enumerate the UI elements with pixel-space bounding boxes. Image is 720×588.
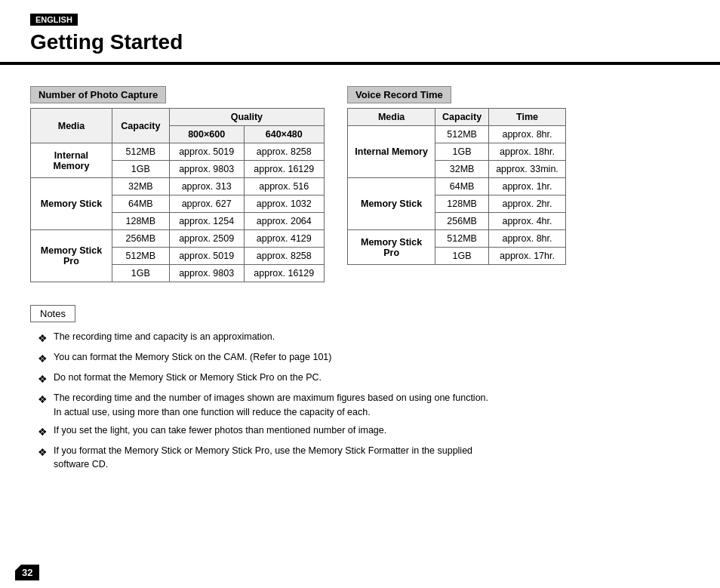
- val2-cell: approx. 4129: [244, 230, 324, 248]
- list-item: ❖ The recording time and capacity is an …: [38, 330, 690, 346]
- val2-cell: approx. 8258: [244, 248, 324, 265]
- table-row: Memory Stick 64MB approx. 1hr.: [348, 178, 566, 195]
- val2-cell: approx. 1032: [244, 195, 324, 213]
- bullet-icon: ❖: [38, 424, 48, 440]
- list-item: ❖ The recording time and the number of i…: [38, 391, 690, 420]
- note-text: The recording time and the number of ima…: [54, 391, 690, 420]
- table-row: Memory StickPro 256MB approx. 2509 appro…: [31, 230, 325, 248]
- list-item: ❖ You can format the Memory Stick on the…: [38, 350, 690, 367]
- res2-col-header: 640×480: [244, 126, 324, 143]
- val1-cell: approx. 9803: [169, 161, 244, 178]
- page-title: Getting Started: [30, 30, 690, 54]
- note-text: If you format the Memory Stick or Memory…: [54, 444, 690, 473]
- notes-header: Notes: [30, 305, 75, 322]
- time-cell: approx. 33min.: [488, 161, 565, 178]
- table-row: Internal Memory 512MB approx. 8hr.: [348, 126, 566, 143]
- val2-cell: approx. 16129: [244, 161, 324, 178]
- media-cell: Memory Stick: [31, 178, 112, 230]
- capacity-cell: 1GB: [435, 248, 489, 265]
- media-col-header: Media: [31, 109, 112, 143]
- table-row: Memory StickPro 512MB approx. 8hr.: [348, 230, 566, 248]
- note-text: You can format the Memory Stick on the C…: [54, 350, 690, 365]
- capacity-cell: 512MB: [112, 248, 169, 265]
- list-item: ❖ Do not format the Memory Stick or Memo…: [38, 371, 690, 387]
- capacity-cell: 128MB: [435, 195, 489, 213]
- note-text: Do not format the Memory Stick or Memory…: [54, 371, 690, 385]
- time-cell: approx. 1hr.: [488, 178, 565, 195]
- capacity-cell: 1GB: [435, 143, 489, 161]
- capacity-cell: 32MB: [435, 161, 489, 178]
- bullet-icon: ❖: [38, 445, 48, 460]
- capacity-cell: 256MB: [435, 213, 489, 230]
- capacity-cell: 32MB: [112, 178, 169, 195]
- table-row: InternalMemory 512MB approx. 5019 approx…: [31, 143, 325, 161]
- time-cell: approx. 2hr.: [488, 195, 565, 213]
- time-cell: approx. 8hr.: [488, 230, 565, 248]
- media-col-header: Media: [348, 109, 435, 126]
- notes-list: ❖ The recording time and capacity is an …: [30, 330, 690, 472]
- table-row: Memory Stick 32MB approx. 313 approx. 51…: [31, 178, 325, 195]
- time-cell: approx. 8hr.: [488, 126, 565, 143]
- media-cell: InternalMemory: [31, 143, 112, 178]
- language-badge: ENGLISH: [30, 14, 78, 26]
- capacity-cell: 64MB: [112, 195, 169, 213]
- media-cell: Internal Memory: [348, 126, 435, 178]
- res1-col-header: 800×600: [169, 126, 244, 143]
- time-col-header: Time: [488, 109, 565, 126]
- capacity-cell: 128MB: [112, 213, 169, 230]
- list-item: ❖ If you set the light, you can take few…: [38, 423, 690, 440]
- val2-cell: approx. 8258: [244, 143, 324, 161]
- bullet-icon: ❖: [38, 371, 48, 387]
- val2-cell: approx. 16129: [244, 265, 324, 282]
- media-cell: Memory StickPro: [31, 230, 112, 282]
- capacity-cell: 512MB: [112, 143, 169, 161]
- capacity-cell: 256MB: [112, 230, 169, 248]
- val1-cell: approx. 2509: [169, 230, 244, 248]
- val2-cell: approx. 2064: [244, 213, 324, 230]
- val1-cell: approx. 5019: [169, 248, 244, 265]
- voice-record-section: Voice Record Time Media Capacity Time In…: [347, 86, 566, 265]
- val1-cell: approx. 313: [169, 178, 244, 195]
- notes-section: Notes ❖ The recording time and capacity …: [30, 305, 690, 472]
- capacity-cell: 64MB: [435, 178, 489, 195]
- time-cell: approx. 17hr.: [488, 248, 565, 265]
- photo-capture-section: Number of Photo Capture Media Capacity Q…: [30, 86, 325, 282]
- note-text: If you set the light, you can take fewer…: [54, 423, 690, 438]
- val1-cell: approx. 627: [169, 195, 244, 213]
- capacity-cell: 1GB: [112, 265, 169, 282]
- capacity-cell: 512MB: [435, 126, 489, 143]
- capacity-cell: 512MB: [435, 230, 489, 248]
- page-header: ENGLISH Getting Started: [0, 0, 720, 63]
- bullet-icon: ❖: [38, 351, 48, 367]
- capacity-col-header: Capacity: [435, 109, 489, 126]
- bullet-icon: ❖: [38, 331, 48, 346]
- val1-cell: approx. 5019: [169, 143, 244, 161]
- val1-cell: approx. 9803: [169, 265, 244, 282]
- time-cell: approx. 18hr.: [488, 143, 565, 161]
- list-item: ❖ If you format the Memory Stick or Memo…: [38, 444, 690, 473]
- capacity-cell: 1GB: [112, 161, 169, 178]
- page-number: 32: [15, 565, 39, 580]
- time-cell: approx. 4hr.: [488, 213, 565, 230]
- media-cell: Memory StickPro: [348, 230, 435, 265]
- bullet-icon: ❖: [38, 392, 48, 408]
- photo-section-header: Number of Photo Capture: [30, 86, 166, 103]
- media-cell: Memory Stick: [348, 178, 435, 230]
- tables-row: Number of Photo Capture Media Capacity Q…: [30, 86, 690, 282]
- note-text: The recording time and capacity is an ap…: [54, 330, 690, 344]
- voice-table: Media Capacity Time Internal Memory 512M…: [347, 108, 566, 265]
- capacity-col-header: Capacity: [112, 109, 169, 143]
- quality-col-header: Quality: [169, 109, 324, 126]
- main-content: Number of Photo Capture Media Capacity Q…: [0, 65, 720, 491]
- voice-section-header: Voice Record Time: [347, 86, 451, 103]
- photo-table: Media Capacity Quality 800×600 640×480 I…: [30, 108, 325, 282]
- val1-cell: approx. 1254: [169, 213, 244, 230]
- val2-cell: approx. 516: [244, 178, 324, 195]
